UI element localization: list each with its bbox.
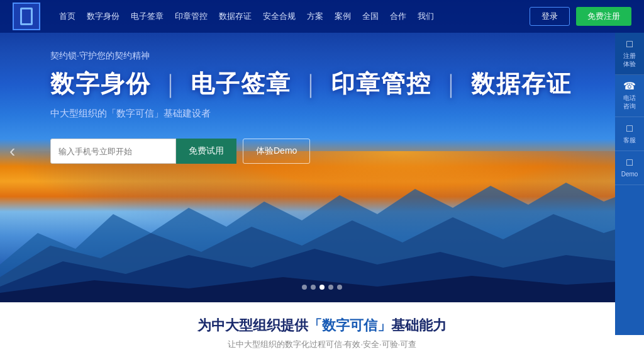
hero-title-part-3: 数据存证 bbox=[471, 71, 572, 97]
logo[interactable] bbox=[13, 3, 40, 30]
sidebar-icon-3: □ bbox=[626, 157, 633, 168]
sidebar-label-2: 客服 bbox=[623, 136, 636, 144]
nav-links: 首页数字身份电子签章印章管控数据存证安全合规方案案例全国合作我们 bbox=[59, 11, 530, 22]
sidebar-label-3: Demo bbox=[621, 170, 638, 178]
logo-icon bbox=[20, 8, 33, 25]
carousel-prev-arrow[interactable]: ‹ bbox=[9, 141, 15, 161]
sidebar-icon-0: □ bbox=[626, 39, 633, 49]
bottom-section: 为中大型组织提供「数字可信」基础能力 让中大型组织的数字化过程可信·有效·安全·… bbox=[0, 302, 644, 364]
phone-input[interactable] bbox=[50, 139, 176, 164]
sidebar-label-1: 电话 咨询 bbox=[623, 94, 636, 110]
hero-content: 契约锁·守护您的契约精神 数字身份｜电子签章｜印章管控｜数据存证 中大型组织的「… bbox=[50, 50, 572, 164]
bottom-title-suffix: 基础能力 bbox=[391, 317, 447, 333]
register-button[interactable]: 免费注册 bbox=[576, 7, 631, 26]
bottom-title: 为中大型组织提供「数字可信」基础能力 bbox=[197, 316, 447, 335]
hero-description: 中大型组织的「数字可信」基础建设者 bbox=[50, 108, 572, 120]
mountains-back bbox=[0, 151, 644, 302]
nav-link-cases[interactable]: 案例 bbox=[335, 11, 351, 22]
nav-link-seal-mgmt[interactable]: 印章管控 bbox=[175, 11, 208, 22]
hero-title-separator-0: ｜ bbox=[158, 71, 183, 97]
navbar: 首页数字身份电子签章印章管控数据存证安全合规方案案例全国合作我们 登录 免费注册 bbox=[0, 0, 644, 33]
hero-form: 免费试用 体验Demo bbox=[50, 139, 572, 164]
bottom-description: 让中大型组织的数字化过程可信·有效·安全·可验·可查 bbox=[228, 339, 416, 350]
carousel-dots bbox=[302, 285, 342, 290]
nav-link-national[interactable]: 全国 bbox=[362, 11, 379, 22]
carousel-dot-4[interactable] bbox=[337, 285, 342, 290]
sidebar-item-3[interactable]: □Demo bbox=[615, 151, 644, 185]
sidebar-icon-2: □ bbox=[626, 123, 633, 134]
sidebar-label-0: 注册 体验 bbox=[623, 52, 636, 68]
hero-title-separator-2: ｜ bbox=[439, 71, 464, 97]
nav-link-solutions[interactable]: 方案 bbox=[307, 11, 323, 22]
hero-small-subtitle: 契约锁·守护您的契约精神 bbox=[50, 50, 572, 62]
nav-link-about[interactable]: 我们 bbox=[418, 11, 434, 22]
bottom-title-highlight: 「数字可信」 bbox=[308, 317, 391, 333]
sidebar-icon-1: ☎ bbox=[623, 81, 636, 91]
hero-title: 数字身份｜电子签章｜印章管控｜数据存证 bbox=[50, 68, 572, 100]
nav-link-security[interactable]: 安全合规 bbox=[263, 11, 296, 22]
bottom-title-prefix: 为中大型组织提供 bbox=[197, 317, 308, 333]
carousel-dot-2[interactable] bbox=[319, 285, 325, 290]
nav-link-data-proof[interactable]: 数据存证 bbox=[219, 11, 252, 22]
hero-title-part-0: 数字身份 bbox=[50, 71, 151, 97]
login-button[interactable]: 登录 bbox=[530, 7, 570, 26]
nav-link-digital-id[interactable]: 数字身份 bbox=[87, 11, 119, 22]
nav-actions: 登录 免费注册 bbox=[530, 7, 631, 26]
carousel-dot-0[interactable] bbox=[302, 285, 307, 290]
hero-section: 契约锁·守护您的契约精神 数字身份｜电子签章｜印章管控｜数据存证 中大型组织的「… bbox=[0, 0, 644, 302]
sidebar-item-2[interactable]: □客服 bbox=[615, 117, 644, 151]
sidebar-item-1[interactable]: ☎电话 咨询 bbox=[615, 75, 644, 117]
hero-title-separator-1: ｜ bbox=[299, 71, 323, 97]
nav-link-partner[interactable]: 合作 bbox=[390, 11, 406, 22]
sidebar-item-0[interactable]: □注册 体验 bbox=[615, 33, 644, 75]
nav-link-e-sign[interactable]: 电子签章 bbox=[131, 11, 164, 22]
right-sidebar: □注册 体验☎电话 咨询□客服□Demo bbox=[615, 33, 644, 335]
demo-button[interactable]: 体验Demo bbox=[243, 139, 310, 164]
carousel-dot-3[interactable] bbox=[328, 285, 333, 290]
nav-link-home[interactable]: 首页 bbox=[59, 11, 75, 22]
hero-title-part-2: 印章管控 bbox=[331, 71, 431, 97]
free-trial-button[interactable]: 免费试用 bbox=[176, 139, 236, 164]
carousel-dot-1[interactable] bbox=[311, 285, 316, 290]
hero-title-part-1: 电子签章 bbox=[191, 71, 291, 97]
